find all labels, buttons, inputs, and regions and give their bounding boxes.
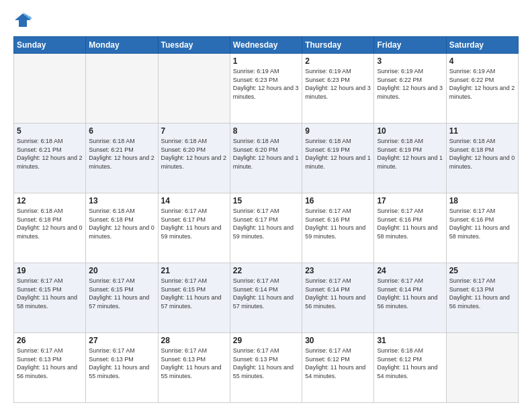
day-cell: 30Sunrise: 6:17 AM Sunset: 6:12 PM Dayli… — [302, 333, 374, 403]
day-info: Sunrise: 6:18 AM Sunset: 6:12 PM Dayligh… — [377, 347, 443, 380]
day-number: 13 — [89, 195, 154, 206]
week-row-4: 19Sunrise: 6:17 AM Sunset: 6:15 PM Dayli… — [14, 263, 519, 333]
day-info: Sunrise: 6:18 AM Sunset: 6:21 PM Dayligh… — [89, 137, 154, 171]
day-info: Sunrise: 6:19 AM Sunset: 6:22 PM Dayligh… — [449, 67, 515, 101]
calendar-table: SundayMondayTuesdayWednesdayThursdayFrid… — [13, 36, 519, 403]
day-number: 12 — [17, 195, 83, 206]
day-info: Sunrise: 6:17 AM Sunset: 6:14 PM Dayligh… — [377, 277, 443, 310]
day-number: 19 — [17, 265, 83, 276]
page: SundayMondayTuesdayWednesdayThursdayFrid… — [0, 0, 532, 411]
day-info: Sunrise: 6:17 AM Sunset: 6:13 PM Dayligh… — [161, 347, 227, 380]
day-cell: 22Sunrise: 6:17 AM Sunset: 6:14 PM Dayli… — [230, 263, 302, 333]
logo-icon — [13, 11, 32, 30]
day-number: 27 — [89, 335, 154, 346]
day-cell: 4Sunrise: 6:19 AM Sunset: 6:22 PM Daylig… — [446, 54, 518, 124]
day-number: 25 — [449, 265, 515, 276]
day-number: 26 — [17, 335, 83, 346]
day-number: 28 — [161, 335, 227, 346]
day-cell: 8Sunrise: 6:18 AM Sunset: 6:20 PM Daylig… — [230, 124, 302, 193]
day-cell: 12Sunrise: 6:18 AM Sunset: 6:18 PM Dayli… — [14, 193, 86, 263]
day-cell: 14Sunrise: 6:17 AM Sunset: 6:17 PM Dayli… — [158, 193, 230, 263]
day-info: Sunrise: 6:19 AM Sunset: 6:23 PM Dayligh… — [305, 67, 371, 101]
day-number: 17 — [377, 195, 443, 206]
day-cell: 15Sunrise: 6:17 AM Sunset: 6:17 PM Dayli… — [230, 193, 302, 263]
day-info: Sunrise: 6:17 AM Sunset: 6:14 PM Dayligh… — [305, 277, 371, 310]
day-number: 5 — [17, 126, 83, 136]
day-cell: 9Sunrise: 6:18 AM Sunset: 6:19 PM Daylig… — [302, 124, 374, 193]
day-info: Sunrise: 6:17 AM Sunset: 6:14 PM Dayligh… — [233, 277, 299, 310]
day-info: Sunrise: 6:18 AM Sunset: 6:18 PM Dayligh… — [17, 207, 83, 240]
day-info: Sunrise: 6:18 AM Sunset: 6:20 PM Dayligh… — [161, 137, 227, 171]
day-info: Sunrise: 6:17 AM Sunset: 6:16 PM Dayligh… — [377, 207, 443, 240]
weekday-saturday: Saturday — [446, 37, 518, 54]
week-row-2: 5Sunrise: 6:18 AM Sunset: 6:21 PM Daylig… — [14, 124, 519, 193]
day-info: Sunrise: 6:17 AM Sunset: 6:15 PM Dayligh… — [89, 277, 154, 310]
day-number: 1 — [233, 56, 299, 66]
day-info: Sunrise: 6:18 AM Sunset: 6:18 PM Dayligh… — [89, 207, 154, 240]
day-cell — [86, 54, 158, 124]
day-number: 30 — [305, 335, 371, 346]
day-number: 4 — [449, 56, 515, 66]
day-cell: 17Sunrise: 6:17 AM Sunset: 6:16 PM Dayli… — [374, 193, 446, 263]
day-number: 8 — [233, 126, 299, 136]
day-cell: 3Sunrise: 6:19 AM Sunset: 6:22 PM Daylig… — [374, 54, 446, 124]
logo — [13, 11, 35, 30]
day-cell: 25Sunrise: 6:17 AM Sunset: 6:13 PM Dayli… — [446, 263, 518, 333]
weekday-header-row: SundayMondayTuesdayWednesdayThursdayFrid… — [14, 37, 519, 54]
day-number: 15 — [233, 195, 299, 206]
day-cell: 28Sunrise: 6:17 AM Sunset: 6:13 PM Dayli… — [158, 333, 230, 403]
day-info: Sunrise: 6:18 AM Sunset: 6:20 PM Dayligh… — [233, 137, 299, 171]
day-cell: 10Sunrise: 6:18 AM Sunset: 6:19 PM Dayli… — [374, 124, 446, 193]
day-info: Sunrise: 6:17 AM Sunset: 6:17 PM Dayligh… — [233, 207, 299, 240]
day-cell — [446, 333, 518, 403]
day-cell: 29Sunrise: 6:17 AM Sunset: 6:13 PM Dayli… — [230, 333, 302, 403]
day-number: 11 — [449, 126, 515, 136]
day-number: 22 — [233, 265, 299, 276]
day-cell: 20Sunrise: 6:17 AM Sunset: 6:15 PM Dayli… — [86, 263, 158, 333]
header — [13, 11, 519, 30]
day-cell: 13Sunrise: 6:18 AM Sunset: 6:18 PM Dayli… — [86, 193, 158, 263]
day-info: Sunrise: 6:18 AM Sunset: 6:21 PM Dayligh… — [17, 137, 83, 171]
week-row-3: 12Sunrise: 6:18 AM Sunset: 6:18 PM Dayli… — [14, 193, 519, 263]
day-info: Sunrise: 6:17 AM Sunset: 6:17 PM Dayligh… — [161, 207, 227, 240]
day-cell: 21Sunrise: 6:17 AM Sunset: 6:15 PM Dayli… — [158, 263, 230, 333]
svg-marker-0 — [15, 13, 31, 27]
day-number: 7 — [161, 126, 227, 136]
day-number: 20 — [89, 265, 154, 276]
day-cell — [158, 54, 230, 124]
day-info: Sunrise: 6:17 AM Sunset: 6:13 PM Dayligh… — [233, 347, 299, 380]
day-number: 29 — [233, 335, 299, 346]
day-number: 31 — [377, 335, 443, 346]
day-number: 14 — [161, 195, 227, 206]
day-info: Sunrise: 6:17 AM Sunset: 6:13 PM Dayligh… — [449, 277, 515, 310]
day-cell — [14, 54, 86, 124]
day-info: Sunrise: 6:17 AM Sunset: 6:13 PM Dayligh… — [17, 347, 83, 380]
day-number: 21 — [161, 265, 227, 276]
day-info: Sunrise: 6:18 AM Sunset: 6:19 PM Dayligh… — [377, 137, 443, 171]
day-cell: 5Sunrise: 6:18 AM Sunset: 6:21 PM Daylig… — [14, 124, 86, 193]
day-number: 3 — [377, 56, 443, 66]
week-row-1: 1Sunrise: 6:19 AM Sunset: 6:23 PM Daylig… — [14, 54, 519, 124]
day-cell: 18Sunrise: 6:17 AM Sunset: 6:16 PM Dayli… — [446, 193, 518, 263]
day-cell: 19Sunrise: 6:17 AM Sunset: 6:15 PM Dayli… — [14, 263, 86, 333]
day-cell: 7Sunrise: 6:18 AM Sunset: 6:20 PM Daylig… — [158, 124, 230, 193]
day-number: 9 — [305, 126, 371, 136]
day-number: 18 — [449, 195, 515, 206]
week-row-5: 26Sunrise: 6:17 AM Sunset: 6:13 PM Dayli… — [14, 333, 519, 403]
day-cell: 31Sunrise: 6:18 AM Sunset: 6:12 PM Dayli… — [374, 333, 446, 403]
weekday-friday: Friday — [374, 37, 446, 54]
day-number: 10 — [377, 126, 443, 136]
weekday-tuesday: Tuesday — [158, 37, 230, 54]
day-cell: 2Sunrise: 6:19 AM Sunset: 6:23 PM Daylig… — [302, 54, 374, 124]
day-info: Sunrise: 6:17 AM Sunset: 6:13 PM Dayligh… — [89, 347, 154, 380]
day-info: Sunrise: 6:18 AM Sunset: 6:19 PM Dayligh… — [305, 137, 371, 171]
weekday-thursday: Thursday — [302, 37, 374, 54]
day-cell: 16Sunrise: 6:17 AM Sunset: 6:16 PM Dayli… — [302, 193, 374, 263]
day-number: 23 — [305, 265, 371, 276]
day-info: Sunrise: 6:17 AM Sunset: 6:16 PM Dayligh… — [305, 207, 371, 240]
weekday-wednesday: Wednesday — [230, 37, 302, 54]
day-cell: 1Sunrise: 6:19 AM Sunset: 6:23 PM Daylig… — [230, 54, 302, 124]
day-info: Sunrise: 6:17 AM Sunset: 6:15 PM Dayligh… — [161, 277, 227, 310]
day-info: Sunrise: 6:17 AM Sunset: 6:15 PM Dayligh… — [17, 277, 83, 310]
weekday-monday: Monday — [86, 37, 158, 54]
